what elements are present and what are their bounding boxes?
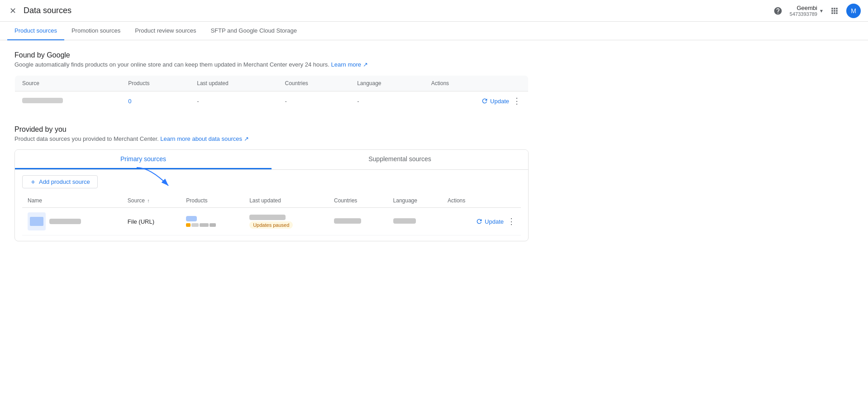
bar-seg-gray1 (191, 223, 199, 227)
bar-seg-gray2 (200, 223, 209, 227)
col-source-sortable[interactable]: Source ↑ (122, 194, 181, 208)
inner-tab-content: Add product source Name Source ↑ Product… (15, 170, 528, 241)
tab-promotion-sources[interactable]: Promotion sources (64, 22, 128, 40)
col-name: Name (22, 194, 122, 208)
products-data (186, 216, 238, 227)
col-last-updated: Last updated (190, 76, 277, 91)
annotation-container: Primary sources Supplemental sources Add… (14, 149, 529, 241)
col-last-updated-inner: Last updated (244, 194, 329, 208)
table-row: File (URL) (22, 208, 521, 235)
products-count-blurred (186, 216, 197, 221)
source-type-cell: File (URL) (122, 208, 181, 235)
found-by-google-title: Found by Google (14, 51, 529, 59)
source-cell (15, 91, 121, 111)
actions-inner-cell: Update ⋮ (442, 208, 521, 235)
close-icon[interactable]: ✕ (7, 5, 18, 16)
tab-product-sources[interactable]: Product sources (7, 22, 64, 40)
learn-more-data-sources-link[interactable]: Learn more about data sources ↗ (160, 135, 248, 142)
language-inner-cell (388, 208, 442, 235)
last-updated-blurred (249, 215, 286, 220)
col-countries: Countries (277, 76, 350, 91)
col-actions-inner: Actions (442, 194, 521, 208)
provided-by-you-section: Provided by you Product data sources you… (14, 125, 529, 241)
updates-paused-badge: Updates paused (249, 221, 293, 229)
header: ✕ Data sources Geembi 5473393789 ▾ M (0, 0, 868, 22)
more-options-icon-inner[interactable]: ⋮ (507, 216, 515, 226)
countries-blurred (334, 218, 361, 224)
tab-product-review-sources[interactable]: Product review sources (128, 22, 203, 40)
header-left: ✕ Data sources (7, 5, 72, 16)
col-actions: Actions (424, 76, 529, 91)
sort-icon: ↑ (147, 198, 150, 203)
provided-by-you-desc: Product data sources you provided to Mer… (14, 135, 529, 142)
products-link[interactable]: 0 (128, 98, 131, 105)
file-row-name (28, 212, 117, 230)
found-by-google-table: Source Products Last updated Countries L… (14, 75, 529, 111)
add-product-source-button[interactable]: Add product source (22, 175, 98, 188)
name-thumbnail (28, 212, 46, 230)
col-language-inner: Language (388, 194, 442, 208)
main-tabs: Product sources Promotion sources Produc… (0, 22, 868, 40)
found-by-google-section: Found by Google Google automatically fin… (14, 51, 529, 111)
col-countries-inner: Countries (329, 194, 388, 208)
col-source: Source (15, 76, 121, 91)
primary-sources-table: Name Source ↑ Products Last updated Coun… (22, 194, 521, 235)
col-language: Language (350, 76, 424, 91)
provided-by-you-title: Provided by you (14, 125, 529, 134)
language-cell: - (350, 91, 424, 111)
products-inner-cell (181, 208, 244, 235)
countries-inner-cell (329, 208, 388, 235)
learn-more-link[interactable]: Learn more ↗ (331, 61, 368, 68)
chevron-down-icon: ▾ (820, 8, 823, 14)
name-cell (22, 208, 122, 235)
products-cell: 0 (121, 91, 190, 111)
header-right: Geembi 5473393789 ▾ M (773, 4, 861, 18)
avatar[interactable]: M (846, 4, 861, 18)
countries-cell: - (277, 91, 350, 111)
account-id: 5473393789 (790, 11, 817, 17)
last-updated-cell: - (190, 91, 277, 111)
main-content: Found by Google Google automatically fin… (0, 40, 543, 267)
last-updated-inner-cell: Updates paused (244, 208, 329, 235)
inner-tabs-container: Primary sources Supplemental sources Add… (14, 149, 529, 241)
bar-seg-orange (186, 223, 191, 227)
name-thumb-inner (30, 217, 43, 226)
account-name: Geembi (796, 5, 817, 11)
mini-bar (186, 223, 238, 227)
tab-supplemental-sources[interactable]: Supplemental sources (272, 150, 528, 169)
page-title: Data sources (24, 6, 72, 15)
help-icon[interactable] (773, 6, 782, 15)
inner-tabs: Primary sources Supplemental sources (15, 150, 528, 170)
bar-seg-gray3 (210, 223, 216, 227)
actions-container-inner: Update ⋮ (448, 216, 515, 226)
found-by-google-desc: Google automatically finds products on y… (14, 61, 529, 68)
tab-sftp-cloud-storage[interactable]: SFTP and Google Cloud Storage (203, 22, 304, 40)
account-info[interactable]: Geembi 5473393789 ▾ (790, 5, 823, 17)
more-options-icon[interactable]: ⋮ (513, 96, 521, 106)
col-products: Products (121, 76, 190, 91)
tab-primary-sources[interactable]: Primary sources (15, 150, 272, 169)
apps-icon[interactable] (830, 6, 839, 15)
name-blurred (49, 219, 81, 224)
actions-cell: Update ⋮ (424, 91, 529, 111)
update-link[interactable]: Update (481, 97, 509, 105)
account-text: Geembi 5473393789 (790, 5, 817, 17)
col-products-inner: Products (181, 194, 244, 208)
update-link-inner[interactable]: Update (476, 218, 504, 225)
actions-container: Update ⋮ (431, 96, 521, 106)
source-blurred (22, 98, 63, 103)
table-row: 0 - - - Update (15, 91, 529, 111)
language-blurred (393, 218, 416, 224)
